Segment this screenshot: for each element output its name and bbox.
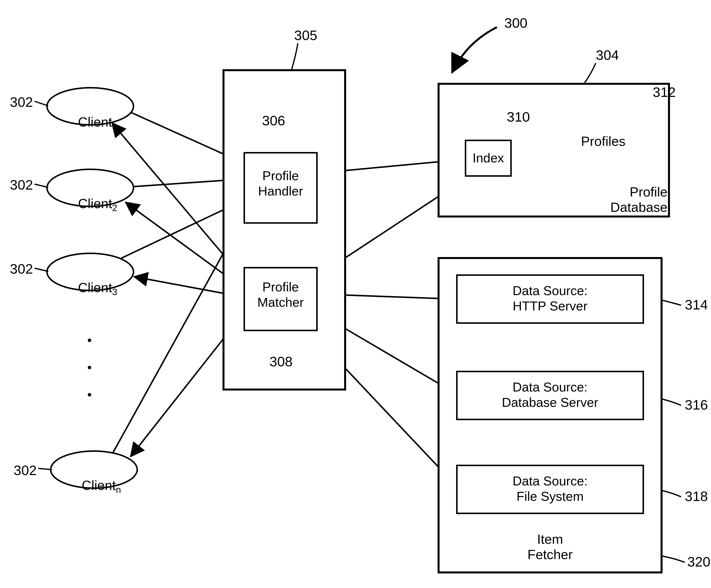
profile-handler-label: Profile Handler [243, 168, 318, 199]
ref-305: 305 [294, 27, 317, 43]
ref-320: 320 [687, 554, 710, 570]
ref-316: 316 [685, 397, 708, 413]
client-1-label: Client1 [58, 99, 122, 147]
clients-ellipsis-dot [88, 339, 91, 342]
data-source-db-label: Data Source: Database Server [456, 379, 644, 410]
pointer-300-arrow [452, 27, 497, 72]
clients-ellipsis-dot [88, 366, 91, 369]
svg-line-4 [112, 221, 241, 454]
ref-302-c3: 302 [10, 261, 33, 277]
item-fetcher-label: Item Fetcher [482, 531, 618, 562]
index-label: Index [465, 150, 512, 166]
ref-314: 314 [685, 297, 708, 313]
clients-ellipsis-dot [88, 393, 91, 396]
ref-308: 308 [270, 353, 293, 370]
diagram-canvas: Profile Handler Profile Matcher Profile … [0, 0, 711, 588]
ref-302-cn: 302 [14, 462, 37, 478]
data-source-fs-label: Data Source: File System [456, 473, 644, 504]
ref-302-c1: 302 [10, 94, 33, 110]
data-source-http-label: Data Source: HTTP Server [456, 283, 644, 314]
client-3-label: Client3 [58, 264, 122, 313]
ref-306: 306 [262, 112, 285, 129]
ref-310: 310 [507, 109, 530, 125]
ref-302-c2: 302 [10, 177, 33, 193]
client-2-label: Client2 [58, 180, 122, 228]
ref-312: 312 [653, 84, 676, 100]
ref-300: 300 [504, 15, 527, 31]
profile-matcher-label: Profile Matcher [243, 279, 318, 310]
profile-database-label: Profile Database [564, 184, 667, 215]
client-n-label: Clientn [62, 462, 126, 510]
ref-318: 318 [685, 488, 708, 504]
ref-304: 304 [596, 47, 619, 63]
profiles-cylinder-label: Profiles [564, 133, 643, 149]
